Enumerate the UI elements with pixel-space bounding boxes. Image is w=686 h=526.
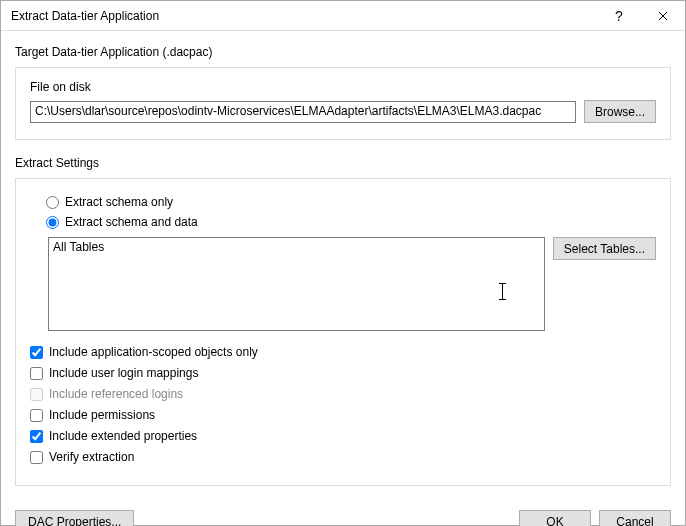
dialog-title: Extract Data-tier Application	[11, 9, 597, 23]
check-app-scoped-label: Include application-scoped objects only	[49, 345, 258, 359]
file-on-disk-label: File on disk	[30, 80, 656, 94]
text-cursor-icon	[502, 284, 503, 299]
close-button[interactable]	[641, 1, 685, 31]
target-group: File on disk C:\Users\dlar\source\repos\…	[15, 67, 671, 140]
check-extended-input[interactable]	[30, 430, 43, 443]
check-permissions-label: Include permissions	[49, 408, 155, 422]
radio-schema-and-data-input[interactable]	[46, 216, 59, 229]
check-permissions[interactable]: Include permissions	[30, 406, 656, 424]
check-verify[interactable]: Verify extraction	[30, 448, 656, 466]
tables-item: All Tables	[53, 240, 104, 254]
check-user-login-input[interactable]	[30, 367, 43, 380]
extract-mode-radios: Extract schema only Extract schema and d…	[30, 193, 656, 231]
dac-properties-button[interactable]: DAC Properties...	[15, 510, 134, 526]
dialog-footer: DAC Properties... OK Cancel	[1, 510, 685, 526]
target-group-label: Target Data-tier Application (.dacpac)	[15, 45, 671, 59]
check-verify-label: Verify extraction	[49, 450, 134, 464]
select-tables-button[interactable]: Select Tables...	[553, 237, 656, 260]
file-path-input[interactable]: C:\Users\dlar\source\repos\odintv-Micros…	[30, 101, 576, 123]
check-ref-logins-label: Include referenced logins	[49, 387, 183, 401]
dialog-body: Target Data-tier Application (.dacpac) F…	[1, 31, 685, 510]
radio-schema-only-label: Extract schema only	[65, 195, 173, 209]
file-row: C:\Users\dlar\source\repos\odintv-Micros…	[30, 100, 656, 123]
ok-button[interactable]: OK	[519, 510, 591, 526]
help-button[interactable]: ?	[597, 1, 641, 31]
radio-schema-and-data-label: Extract schema and data	[65, 215, 198, 229]
check-ref-logins[interactable]: Include referenced logins	[30, 385, 656, 403]
cancel-button[interactable]: Cancel	[599, 510, 671, 526]
dialog-window: Extract Data-tier Application ? Target D…	[0, 0, 686, 526]
radio-schema-only-input[interactable]	[46, 196, 59, 209]
settings-group: Extract schema only Extract schema and d…	[15, 178, 671, 486]
check-user-login[interactable]: Include user login mappings	[30, 364, 656, 382]
radio-schema-only[interactable]: Extract schema only	[46, 193, 656, 211]
browse-button[interactable]: Browse...	[584, 100, 656, 123]
check-extended-label: Include extended properties	[49, 429, 197, 443]
check-user-login-label: Include user login mappings	[49, 366, 198, 380]
check-app-scoped-input[interactable]	[30, 346, 43, 359]
check-app-scoped[interactable]: Include application-scoped objects only	[30, 343, 656, 361]
check-extended[interactable]: Include extended properties	[30, 427, 656, 445]
settings-group-label: Extract Settings	[15, 156, 671, 170]
check-verify-input[interactable]	[30, 451, 43, 464]
check-ref-logins-input	[30, 388, 43, 401]
options-checks: Include application-scoped objects only …	[30, 343, 656, 466]
tables-list[interactable]: All Tables	[48, 237, 545, 331]
titlebar: Extract Data-tier Application ?	[1, 1, 685, 31]
check-permissions-input[interactable]	[30, 409, 43, 422]
radio-schema-and-data[interactable]: Extract schema and data	[46, 213, 656, 231]
close-icon	[658, 11, 668, 21]
tables-row: All Tables Select Tables...	[48, 237, 656, 331]
